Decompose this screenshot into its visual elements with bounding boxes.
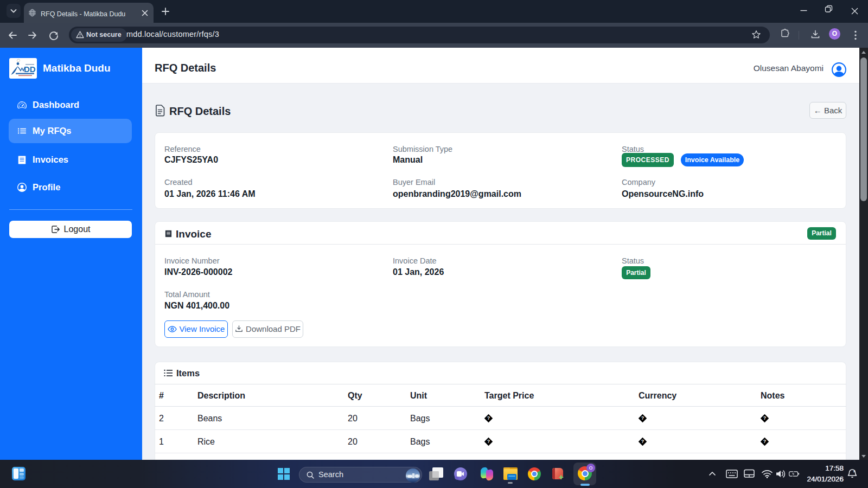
svg-text:DD: DD: [24, 65, 36, 74]
svg-text:z: z: [853, 469, 856, 473]
